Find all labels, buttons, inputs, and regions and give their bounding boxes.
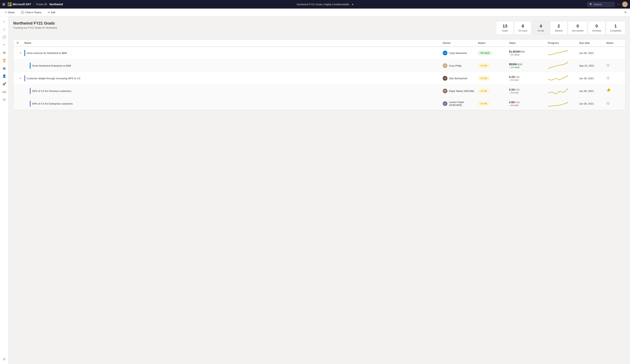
stat-card-overdue[interactable]: 0 Overdue: [588, 21, 606, 35]
svg-rect-1: [10, 2, 12, 4]
powerbi-label: Power BI: [36, 3, 47, 6]
secondary-navigation: ↗ Share 💬 Chat in Teams ✏ Edit ↻: [0, 8, 630, 16]
color-bar: [24, 75, 25, 81]
stat-card-completed[interactable]: 1 Completed: [606, 21, 625, 35]
value-target: /4.50: [514, 88, 520, 91]
owner-name: Lauren Faber (SHE/HER): [449, 101, 478, 106]
header-progress: Progress: [548, 41, 579, 44]
scorecard-header: Northwind FY21 Goals Tracking our FY21 G…: [13, 21, 625, 35]
value-target: /$6M: [520, 50, 525, 53]
owner-avatar: CN: [443, 51, 448, 55]
sidebar-item-profile[interactable]: ⊙: [1, 356, 8, 363]
value-target: /$2M: [517, 63, 522, 66]
owner-avatar: RT: [443, 89, 448, 93]
due-date: Sep 10, 2021: [579, 64, 606, 67]
filter-icon[interactable]: ▽: [16, 41, 18, 44]
owner-cell: OB Otar Bichiashvili: [443, 76, 478, 81]
value-main: 4.10: [509, 88, 514, 91]
edit-button[interactable]: ✏ Edit: [46, 10, 57, 14]
status-cell: At risk: [478, 63, 509, 68]
user-avatar[interactable]: [622, 1, 628, 7]
sparkline-chart: [548, 100, 568, 107]
value-change: ↑ 2% WoW: [509, 66, 548, 68]
stat-card-goals[interactable]: 13 Goals: [496, 21, 514, 35]
svg-rect-2: [8, 4, 9, 6]
notes-icon[interactable]: 🗨: [606, 64, 610, 67]
owner-name: Rajat Talwar (HE/HIM): [449, 90, 474, 92]
notes-icon[interactable]: 🗨 2: [606, 89, 610, 93]
main-content: Northwind FY21 Goals Tracking our FY21 G…: [8, 16, 630, 364]
scorecard-title-block: Northwind FY21 Goals Tracking our FY21 G…: [13, 21, 57, 29]
value-main: $1.601M: [509, 50, 520, 53]
notes-icon[interactable]: 🗨: [606, 76, 610, 80]
main-layout: ⌂ ☆ 🕐 + ⊞ 🏆 ▦ 👤 🚀 📖 🗂 ⊙ Northwind FY21 G…: [0, 16, 630, 364]
title-chevron-icon: ▾: [352, 3, 354, 6]
svg-point-5: [623, 5, 627, 7]
stat-card-on-track[interactable]: 6 On track: [514, 21, 532, 35]
svg-point-4: [624, 2, 626, 5]
more-options-icon[interactable]: ···: [617, 2, 620, 6]
svg-rect-0: [8, 2, 9, 4]
owner-cell: LF Lauren Faber (SHE/HER): [443, 101, 478, 106]
share-button[interactable]: ↗ Share: [3, 10, 16, 14]
sidebar-item-browse[interactable]: ⊞: [1, 49, 8, 56]
due-date: Jun 30, 2021: [579, 90, 606, 92]
scorecard-subtitle: Tracking our FY21 Goals for Northwind: [13, 26, 57, 29]
owner-cell: CN Carly Newsome: [443, 51, 478, 55]
search-box[interactable]: 🔍 Search: [587, 2, 614, 7]
progress-cell: [548, 62, 579, 69]
value-target: /4.50: [514, 76, 520, 78]
sidebar-item-workspaces[interactable]: 🗂: [1, 96, 8, 103]
color-bar: [24, 50, 25, 56]
sidebar-item-learn[interactable]: 📖: [1, 88, 8, 95]
refresh-icon[interactable]: ↻: [624, 10, 627, 14]
progress-cell: [548, 100, 579, 107]
notes-cell: 🗨 2: [606, 89, 622, 93]
owner-avatar: AP: [443, 63, 448, 68]
sparkline-chart: [548, 62, 568, 69]
sidebar-item-apps[interactable]: ▦: [1, 65, 8, 72]
status-cell: At risk: [478, 89, 509, 93]
due-date: Jun 30, 2021: [579, 77, 606, 80]
notes-icon[interactable]: 🗨: [606, 102, 610, 105]
brand-name: Microsoft DXT: [13, 3, 31, 6]
stat-card-behind[interactable]: 2 Behind: [550, 21, 568, 35]
svg-rect-3: [10, 4, 12, 6]
scorecard-title: Northwind FY21 Goals: [13, 21, 57, 25]
sidebar-item-create[interactable]: +: [1, 41, 8, 48]
row-expander[interactable]: ▾: [20, 52, 21, 54]
stat-card-not-started[interactable]: 0 Not started: [568, 21, 588, 35]
value-main: 4.50: [509, 101, 514, 104]
status-badge: At risk: [478, 63, 490, 68]
goal-name: Grow revenue for Northwind to $6M: [27, 52, 67, 54]
sparkline-chart: [548, 74, 568, 82]
sidebar-item-people[interactable]: 👤: [1, 72, 8, 79]
sidebar-item-recents[interactable]: 🕐: [1, 33, 8, 40]
sparkline-chart: [548, 49, 568, 57]
sidebar-item-deploy[interactable]: 🚀: [1, 80, 8, 87]
row-expander[interactable]: ▾: [20, 77, 21, 80]
teams-icon: 💬: [21, 11, 24, 14]
notes-cell: 🗨: [606, 102, 622, 105]
name-cell: Grow Northwind Enterprise to $2M: [24, 62, 443, 69]
apps-grid-icon[interactable]: ⊞: [2, 2, 5, 6]
microsoft-icon: [8, 2, 12, 6]
sidebar-item-home[interactable]: ⌂: [1, 18, 8, 25]
report-title[interactable]: Northwind FY21 Goals | Highly Confidenti…: [65, 3, 585, 6]
chat-in-teams-button[interactable]: 💬 Chat in Teams: [20, 10, 43, 14]
status-badge: At risk: [478, 76, 490, 80]
table-header-row: ▽ Name Owner Status Value Progress Due d…: [14, 39, 625, 47]
status-badge: At risk: [478, 101, 490, 106]
status-cell: At risk: [478, 101, 509, 106]
goals-table: ▽ Name Owner Status Value Progress Due d…: [13, 39, 625, 110]
sidebar-item-goals[interactable]: 🏆: [1, 57, 8, 64]
stat-card-at-risk[interactable]: 4 At risk: [532, 21, 550, 35]
value-target: /4.50: [514, 101, 520, 104]
color-bar: [30, 62, 30, 69]
value-main: 4.15: [509, 75, 514, 78]
sidebar-item-favorites[interactable]: ☆: [1, 26, 8, 33]
owner-name: Ancy Philip: [449, 64, 462, 67]
edit-icon: ✏: [48, 11, 50, 14]
top-navigation: ⊞ Microsoft DXT Power BI Northwind North…: [0, 0, 630, 8]
svg-point-10: [567, 102, 568, 103]
